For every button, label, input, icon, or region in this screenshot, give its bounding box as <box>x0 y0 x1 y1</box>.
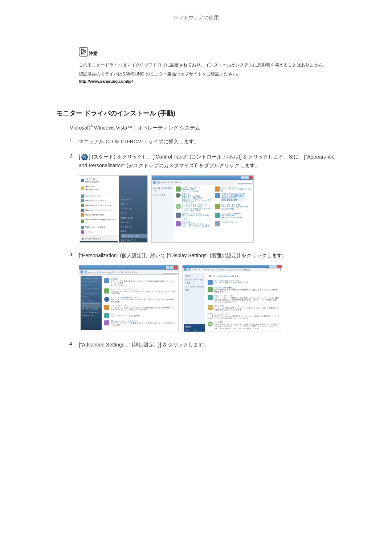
step-1-text: マニュアル CD を CD-ROM ドライブに挿入します。 <box>79 138 336 146</box>
back-button <box>184 268 187 271</box>
hardware-icon <box>176 213 181 218</box>
back-button <box>80 270 83 274</box>
ps2-r1: タスク バーと [スタート] <box>185 329 204 332</box>
sm-problem: 問題のレポートと解決策 <box>85 226 105 229</box>
start-menu-screenshot: インターネットInternet Explorer 電子メールWindows メー… <box>79 175 148 243</box>
color-icon <box>208 280 213 285</box>
sm-recent: 最近使った項目 <box>121 216 147 220</box>
sm-network: ネットワーク <box>121 225 147 229</box>
sm-connect: 接続先 <box>121 229 147 234</box>
personalization-screenshot: « » 個 » コントロール パネル » デスクトップのカスタマイズ » 個人設… <box>182 265 282 332</box>
cp-security-c: Windows ファイアウォールによるプログラムの許可 <box>182 199 213 203</box>
max-button <box>245 176 249 179</box>
pr-theme-a: テーマの変更。色、吹、キーなどの、視覚や音声の集合を一度に一既立に変更できます。… <box>214 324 279 330</box>
cp-system-b: バックアップの作成 <box>182 190 202 193</box>
ease-icon <box>104 297 109 302</box>
bg-icon <box>208 287 213 292</box>
close-button <box>174 266 177 269</box>
close-button <box>277 265 281 268</box>
cp-hardware-c: マウス <box>182 218 211 221</box>
sm-internet: インターネット <box>85 178 98 180</box>
messenger-icon <box>81 219 84 223</box>
close-button <box>249 176 253 179</box>
pers-breadcrumb-1: « » « コントロール パネル » デスクトップのカスタマイズ » <box>88 271 162 274</box>
pl-fonts-a: フォントのインストールまたは削除 <box>111 315 140 317</box>
note-icon <box>79 47 88 57</box>
mail-icon <box>81 186 84 190</box>
min-button <box>166 266 170 269</box>
pr-intro: 外観とサウンドをカスタマイズします <box>208 274 279 279</box>
sm-meeting: Windows ミーティング スペース <box>85 209 112 212</box>
ps2-t1: デスクトップ アイコンの変更 <box>185 278 204 285</box>
meeting-icon <box>81 209 84 212</box>
pr-mouse-a: 別のマウス ポインタを選択できます。クリックや選択などの動作中のマウス ポインタ… <box>214 315 279 319</box>
step-2: 2. [] (スタート) をクリックし、["Control Panel" (コン… <box>69 153 336 245</box>
pl-folder-a: シングルクリックまたはダブルクリックの使用の選択 すべての Windows フォ… <box>111 307 176 311</box>
intro-text: Microsoft® Windows Vista™、オペレーティング システム <box>69 124 336 131</box>
appearance-screenshot: « » « コントロール パネル » デスクトップのカスタマイズ » コントロー… <box>79 265 179 332</box>
intro-post: Windows Vista™、オペレーティング システム <box>93 124 200 130</box>
display-icon <box>208 332 213 332</box>
step-3-text: ["Personalization" (個人設定)]、続いて ["Display… <box>79 253 287 258</box>
notice-link[interactable]: http://www.samsung.com/jp/ <box>79 79 336 83</box>
pers-search <box>163 271 177 274</box>
step-1: 1. マニュアル CD を CD-ROM ドライブに挿入します。 <box>69 138 336 146</box>
pl-pers-b: 色、音、その他 <box>111 284 176 287</box>
ps-j: その他のオプション <box>82 314 101 317</box>
arrow-icon <box>82 238 84 240</box>
welcome-icon <box>81 194 84 198</box>
mouse-icon <box>208 313 213 319</box>
sound-icon <box>208 305 213 310</box>
sm-games: ゲーム <box>121 211 147 216</box>
photo-icon <box>81 199 84 202</box>
notice-section: 注意 このモニタードライバはマイクロソフトロゴに認定されており、インストールがシ… <box>79 47 336 83</box>
notice-text-1: このモニタードライバはマイクロソフトロゴに認定されており、インストールがシステム… <box>79 61 336 69</box>
ps-e: プログラム <box>82 296 101 299</box>
shield-icon <box>176 193 181 198</box>
sm-photo: Windows フォト ギャラリー <box>85 199 108 202</box>
ps-h: 時計、言語、および地域 <box>82 308 101 311</box>
taskbar-icon <box>104 288 109 294</box>
sm-email: 電子メール <box>85 185 94 188</box>
step-4-num: 4. <box>69 341 79 346</box>
pers-breadcrumb-2: « » 個 » コントロール パネル » デスクトップのカスタマイズ » 個人設… <box>192 268 265 271</box>
ps-b: セキュリティ <box>82 284 101 287</box>
min-button <box>241 176 245 179</box>
step-2-images: インターネットInternet Explorer 電子メールWindows メー… <box>79 175 336 243</box>
ps-i: コンピュータの簡単操作 <box>82 311 101 314</box>
clock-icon <box>215 204 220 209</box>
cp-programs-b: スタートアップ プログラムの変更 <box>182 225 209 227</box>
ps-a: システムとメンテナンス <box>82 280 101 284</box>
pl-task-a: [スタート] メニューのカスタマイズ タスク バーのカスタマイズとクイック起動の… <box>111 291 176 295</box>
cp-ease-b: 視覚ディスプレイの最適化 <box>221 217 243 219</box>
step-2-p1b: ] (スタート) をクリックし、["Control Panel" (コントロール… <box>79 154 335 168</box>
notice-text-2: 認証済みのドライバはSAMSUNG のモニター製品ウェブサイトをご確認ください。 <box>79 70 336 78</box>
sm-docs: ドキュメント <box>121 197 147 202</box>
programs-icon <box>176 221 181 226</box>
cp-other: その他のオプション <box>221 221 237 223</box>
theme-icon <box>208 321 213 327</box>
sm-messenger: Windows Live Messenger ダウンロード <box>85 218 117 224</box>
sm-paint: ペイント <box>85 230 93 234</box>
sm-internet-sub: Internet Explorer <box>85 181 99 183</box>
step-1-num: 1. <box>69 138 79 143</box>
svg-rect-4 <box>85 155 86 157</box>
pers-sidebar: コントロール パネル ホーム システムとメンテナンス セキュリティ ネットワーク… <box>81 276 102 330</box>
sm-cp: コントロール パネル <box>121 234 147 238</box>
step-2-body: [] (スタート) をクリックし、["Control Panel" (コントロー… <box>79 153 336 245</box>
ps-d: ハードウェアとサウンド <box>82 292 101 296</box>
step-4: 4. ["Advanced Settings..." (詳細設定...)] をク… <box>69 341 336 349</box>
ps-c: ネットワークとインターネット <box>82 287 101 293</box>
notice-label: 注意 <box>89 50 98 57</box>
pers2-sidebar: タスク デスクトップ アイコンの変更 フォントサイズ(DPI)の調整 関連項目 … <box>184 273 205 332</box>
start-orb-icon <box>81 153 88 161</box>
sm-media: Windows Media Player <box>85 213 104 217</box>
pr-ss-a: スクリーン セーバーは変更した他を選択します。スクリーン セーバーは、最初のと種… <box>214 297 279 303</box>
ps2-tasks: タスク <box>185 274 204 278</box>
cp-clock-b: 表示言語の変更 <box>221 208 248 210</box>
sm-music: ミュージック <box>121 206 147 211</box>
ie-icon <box>81 179 84 182</box>
sidebar-icon <box>104 320 109 325</box>
step-4-text: ["Advanced Settings..." (詳細設定...)] をクリック… <box>79 341 336 349</box>
folder-icon <box>104 305 109 310</box>
